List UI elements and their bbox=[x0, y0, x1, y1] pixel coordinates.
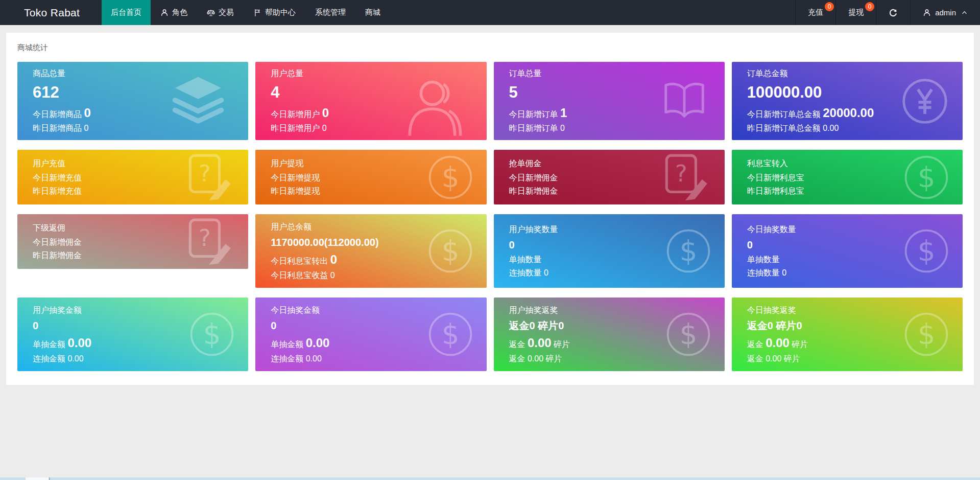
stat-card: 今日抽奖数量0单抽数量连抽数量 0$ bbox=[732, 214, 963, 288]
stat-card: 抢单佣金今日新增佣金昨日新增佣金? bbox=[494, 150, 725, 204]
user-icon bbox=[160, 9, 169, 17]
card-stat-line: 今日新增佣金 bbox=[509, 173, 658, 182]
card-title: 订单总量 bbox=[509, 68, 658, 79]
card-stat-line: 1170000.00(112000.00) bbox=[271, 237, 420, 248]
card-title: 用户抽奖金额 bbox=[33, 305, 182, 316]
card-stat-line: 612 bbox=[33, 83, 182, 102]
flag-icon bbox=[253, 9, 261, 17]
card-stat-line: 返金 0.00 碎片 bbox=[747, 336, 896, 350]
card-stat-line: 今日利息宝收益 0 bbox=[271, 271, 420, 280]
nav-item-label: 系统管理 bbox=[315, 8, 346, 17]
card-title: 用户充值 bbox=[33, 158, 182, 169]
stat-segment: 今日新增佣金 bbox=[33, 238, 82, 246]
scrollbar-thumb[interactable] bbox=[26, 477, 49, 480]
svg-text:$: $ bbox=[679, 235, 697, 267]
stat-segment: 返金 bbox=[747, 340, 766, 349]
stat-segment: 返金 0.00 碎片 bbox=[509, 354, 562, 363]
card-stat-line: 0 bbox=[747, 239, 896, 251]
stat-card: 下级返佣今日新增佣金昨日新增佣金? bbox=[17, 214, 248, 269]
stat-segment: 0 bbox=[322, 106, 329, 120]
chevron-up-icon bbox=[961, 9, 968, 16]
card-stat-line: 返金 0.00 碎片 bbox=[509, 354, 658, 363]
nav-item-mall[interactable]: 商城 bbox=[355, 0, 390, 25]
card-stat-line: 5 bbox=[509, 83, 658, 102]
refresh-button[interactable] bbox=[876, 0, 910, 25]
stat-segment: 昨日新增利息宝 bbox=[747, 187, 804, 195]
card-stat-line: 今日利息宝转出 0 bbox=[271, 253, 420, 267]
admin-menu[interactable]: admin bbox=[910, 0, 980, 25]
stat-segment: 0.00 bbox=[306, 336, 330, 350]
card-stat-line: 昨日新增利息宝 bbox=[747, 187, 896, 196]
stat-card: 订单总量5今日新增订单 1昨日新增订单 0 bbox=[494, 62, 725, 140]
card-stat-line: 今日新增用户 0 bbox=[271, 106, 420, 120]
stat-segment: 0 bbox=[330, 253, 337, 266]
stat-segment: 今日新增商品 bbox=[33, 110, 84, 119]
stat-segment: 连抽数量 0 bbox=[509, 268, 548, 277]
card-stat-line: 昨日新增充值 bbox=[33, 187, 182, 196]
navbar-right: 充值 0 提现 0 admin bbox=[795, 0, 980, 25]
svg-text:$: $ bbox=[679, 318, 697, 351]
card-title: 商品总量 bbox=[33, 68, 182, 79]
card-stat-line: 连抽金额 0.00 bbox=[33, 354, 182, 363]
stat-segment: 今日新增充值 bbox=[33, 173, 82, 182]
stat-segment: 5 bbox=[509, 83, 518, 101]
stat-segment: 昨日新增订单 0 bbox=[509, 124, 565, 132]
nav-item-roles[interactable]: 角色 bbox=[151, 0, 197, 25]
book-icon bbox=[659, 76, 709, 126]
edit-icon: ? bbox=[182, 216, 234, 268]
stat-segment: 昨日新增佣金 bbox=[33, 251, 82, 260]
card-title: 用户抽奖返奖 bbox=[509, 305, 658, 316]
nav-item-help-center[interactable]: 帮助中心 bbox=[244, 0, 305, 25]
stat-card: 今日抽奖返奖返金0 碎片0返金 0.00 碎片返金 0.00 碎片$ bbox=[732, 298, 963, 371]
card-stat-line: 0 bbox=[33, 320, 182, 332]
dollar-icon: $ bbox=[426, 310, 474, 358]
nav-item-label: 后台首页 bbox=[111, 8, 141, 17]
stat-segment: 612 bbox=[33, 83, 59, 101]
card-stat-line: 单抽金额 0.00 bbox=[33, 336, 182, 350]
card-stat-line: 昨日新增佣金 bbox=[33, 251, 182, 260]
card-stat-line: 返金 0.00 碎片 bbox=[509, 336, 658, 350]
stat-segment: 昨日新增商品 0 bbox=[33, 124, 88, 132]
card-stat-line: 昨日新增订单总金额 0.00 bbox=[747, 124, 896, 133]
dollar-icon: $ bbox=[426, 227, 474, 275]
stat-segment: 返金 0.00 碎片 bbox=[747, 354, 800, 363]
card-stat-line: 今日新增订单总金额 20000.00 bbox=[747, 106, 896, 120]
stat-segment: 4 bbox=[271, 83, 279, 101]
withdraw-button[interactable]: 提现 0 bbox=[835, 0, 876, 25]
card-title: 抢单佣金 bbox=[509, 158, 658, 169]
stat-segment: 今日利息宝收益 0 bbox=[271, 271, 334, 280]
stat-card: 订单总金额100000.00今日新增订单总金额 20000.00昨日新增订单总金… bbox=[732, 62, 963, 140]
stat-card: 用户总量4今日新增用户 0昨日新增用户 0 bbox=[255, 62, 486, 140]
stat-segment: 返金0 碎片0 bbox=[747, 320, 802, 331]
stat-card: 利息宝转入今日新增利息宝昨日新增利息宝$ bbox=[732, 150, 963, 204]
recharge-button[interactable]: 充值 0 bbox=[795, 0, 835, 25]
dollar-icon: $ bbox=[902, 227, 950, 275]
nav-item-dashboard[interactable]: 后台首页 bbox=[102, 0, 151, 25]
svg-text:?: ? bbox=[199, 160, 211, 187]
stat-segment: 单抽数量 bbox=[747, 255, 780, 264]
dollar-icon: $ bbox=[664, 227, 712, 275]
stat-card: 商品总量612今日新增商品 0昨日新增商品 0 bbox=[17, 62, 248, 140]
card-stat-line: 返金0 碎片0 bbox=[747, 320, 896, 332]
brand-logo[interactable]: Toko Rabat bbox=[0, 0, 102, 25]
stat-card: 用户抽奖返奖返金0 碎片0返金 0.00 碎片返金 0.00 碎片$ bbox=[494, 298, 725, 371]
stat-segment: 今日新增佣金 bbox=[509, 173, 558, 182]
stats-grid: 商品总量612今日新增商品 0昨日新增商品 0用户总量4今日新增用户 0昨日新增… bbox=[17, 62, 963, 371]
nav-item-trade[interactable]: 交易 bbox=[197, 0, 244, 25]
card-stat-line: 返金 0.00 碎片 bbox=[747, 354, 896, 363]
card-stat-line: 今日新增佣金 bbox=[33, 238, 182, 247]
dollar-icon: $ bbox=[426, 153, 474, 201]
svg-text:$: $ bbox=[918, 235, 936, 267]
card-stat-line: 今日新增提现 bbox=[271, 173, 420, 182]
nav-item-system[interactable]: 系统管理 bbox=[305, 0, 355, 25]
horizontal-scrollbar[interactable] bbox=[0, 477, 980, 480]
card-stat-line: 返金0 碎片0 bbox=[509, 320, 658, 332]
stat-segment: 0 bbox=[33, 320, 38, 331]
card-title: 用户抽奖数量 bbox=[509, 224, 658, 235]
stat-card: 用户总余额1170000.00(112000.00)今日利息宝转出 0今日利息宝… bbox=[255, 214, 486, 288]
svg-text:$: $ bbox=[918, 161, 936, 193]
stat-segment: 今日利息宝转出 bbox=[271, 257, 330, 265]
edit-icon: ? bbox=[182, 151, 234, 203]
card-title: 今日抽奖金额 bbox=[271, 305, 420, 316]
stat-segment: 单抽金额 bbox=[271, 340, 305, 349]
